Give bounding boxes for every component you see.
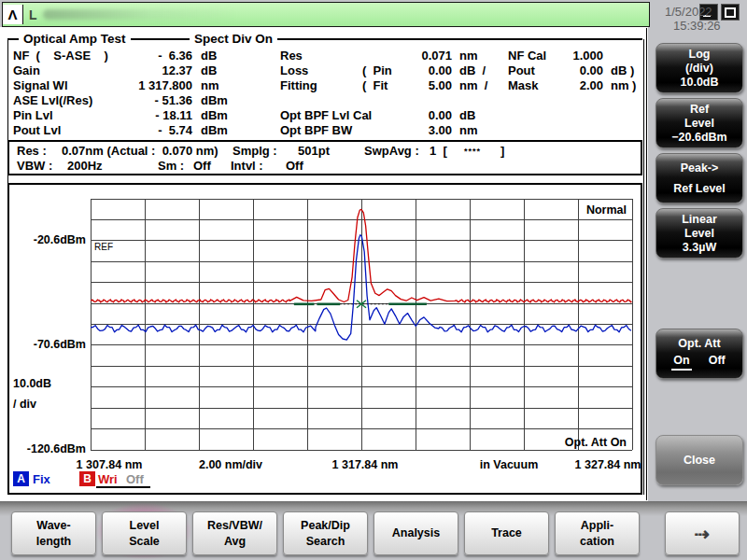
peak-button-line1: Peak-> — [656, 158, 742, 178]
param-label-2: Pout — [508, 63, 557, 78]
menu-item-peak-dip-search[interactable]: Peak/DipSearch — [283, 511, 368, 555]
menu-item-label: Appli- — [556, 518, 639, 534]
menu-more-button[interactable]: ⇢ — [665, 511, 740, 555]
param-paren: ( Pin — [362, 63, 415, 78]
param-label-2: NF Cal — [508, 49, 557, 63]
param-row: Fitting( Fit5.00nm /Mask2.00nm ) — [280, 78, 636, 93]
param-value-2 — [557, 108, 603, 123]
menu-item-wavelength[interactable]: Wave-length — [11, 511, 96, 555]
menu-item-label: Search — [284, 534, 367, 550]
log-button-line3: 10.0dB — [656, 76, 742, 90]
menu-item-label: Trace — [465, 525, 548, 541]
trace-a-badge: A — [13, 471, 29, 486]
param-label: Fitting — [280, 78, 362, 93]
analysis-results-right: Res0.071nmNF Cal1.000Loss( Pin0.00dB /Po… — [280, 49, 636, 138]
time-text: 15:39:26 — [665, 19, 721, 33]
param-label: Loss — [280, 63, 362, 78]
param-value: - 18.11 — [133, 108, 192, 123]
param-row: Pin Lvl- 18.11dBm — [13, 108, 228, 123]
param-value: 3.00 — [415, 123, 452, 138]
menu-item-trace[interactable]: Trace — [464, 511, 549, 555]
menu-item-label: Wave- — [12, 518, 95, 534]
x-axis-label-span: 2.00 nm/div — [199, 458, 262, 471]
close-button[interactable]: Close — [655, 435, 743, 485]
param-row: Opt BPF Lvl Cal0.00dB — [280, 108, 636, 123]
param-value: - 5.74 — [133, 123, 192, 138]
date-text: 1/5/2022 — [665, 5, 721, 19]
param-paren — [362, 49, 415, 63]
trace-b-mode: Wri — [98, 472, 118, 486]
opt-att-on-option[interactable]: On — [671, 354, 691, 371]
param-value-2: 0.00 — [557, 63, 603, 78]
menu-item-label: Analysis — [374, 525, 458, 541]
param-unit: dB — [459, 108, 508, 123]
peak-to-ref-level-button[interactable]: Peak-> Ref Level — [655, 153, 743, 203]
param-unit: dB — [201, 49, 217, 63]
more-arrow-icon: ⇢ — [666, 525, 739, 543]
param-row: Signal Wl1 317.800nm — [13, 78, 228, 93]
param-unit: nm — [459, 49, 508, 63]
log-per-div-button[interactable]: Log (/div) 10.0dB — [655, 43, 743, 93]
menu-item-res-vbw-avg[interactable]: Res/VBW/Avg — [192, 511, 277, 555]
res-value: 0.07nm (Actual : 0.070 nm) — [62, 144, 218, 158]
param-label: ASE Lvl(/Res) — [13, 93, 133, 108]
ref-level-button[interactable]: Ref Level −20.6dBm — [655, 98, 743, 148]
group-legend-test: Optical Amp Test — [19, 32, 131, 46]
ref-button-line3: −20.6dBm — [656, 131, 742, 145]
maximize-button[interactable] — [721, 4, 740, 21]
param-label: Opt BPF BW — [280, 123, 362, 138]
param-value: 0.071 — [415, 49, 452, 63]
param-label: Pin Lvl — [13, 108, 133, 123]
param-unit: dBm — [201, 123, 228, 138]
frame-line — [646, 28, 647, 500]
ref-button-line1: Ref — [656, 103, 742, 117]
param-label — [280, 93, 362, 108]
param-value-2 — [557, 93, 603, 108]
normal-mode-label: Normal — [586, 203, 627, 217]
param-value: 0.00 — [415, 108, 452, 123]
linear-button-line2: Level — [656, 227, 742, 241]
trace-b-off-label: Off — [126, 472, 144, 486]
smplg-label: Smplg : — [233, 144, 277, 158]
param-row: Loss( Pin0.00dB /Pout0.00dB ) — [280, 63, 636, 78]
vbw-label: VBW : — [17, 159, 52, 173]
opt-att-status-label: Opt. Att On — [565, 436, 627, 449]
linear-button-line1: Linear — [656, 213, 742, 227]
menu-item-analysis[interactable]: Analysis — [374, 511, 458, 555]
param-paren — [362, 93, 415, 108]
sm-value: Off — [193, 159, 211, 173]
param-label: Pout Lvl — [13, 123, 133, 138]
intvl-value: Off — [286, 159, 303, 173]
param-unit: dB — [201, 63, 217, 78]
sweep-status-bar: Res : 0.07nm (Actual : 0.070 nm) Smplg :… — [7, 140, 642, 175]
param-value — [415, 93, 452, 108]
y-axis-label-ref: -20.6dBm — [34, 233, 86, 246]
param-unit: nm — [201, 78, 219, 93]
spectrum-chart: -20.6dBm-70.6dBm-120.6dBm10.0dB/ divREFN… — [9, 185, 641, 493]
ref-marker-label: REF — [94, 242, 113, 252]
menu-item-label: Scale — [103, 534, 186, 550]
menu-item-application[interactable]: Appli-cation — [555, 511, 640, 555]
param-unit: dB / — [459, 63, 508, 78]
log-button-line1: Log — [656, 48, 742, 62]
x-axis-label-stop: 1 327.84 nm — [575, 458, 641, 471]
brand-logo-icon: Λ — [3, 5, 23, 24]
param-label: Opt BPF Lvl Cal — [280, 108, 362, 123]
opt-att-off-option[interactable]: Off — [707, 354, 727, 371]
param-paren — [362, 123, 415, 138]
param-row: NF ( S-ASE )- 6.36dB — [13, 49, 228, 63]
param-paren: ( Fit — [362, 78, 415, 93]
linear-level-button[interactable]: Linear Level 3.3µW — [655, 208, 743, 259]
opt-att-toggle[interactable]: Opt. Att On Off — [655, 329, 743, 379]
param-label-2: Mask — [508, 78, 557, 93]
menu-item-level-scale[interactable]: LevelScale — [102, 511, 187, 555]
param-value: - 51.36 — [133, 93, 192, 108]
param-unit: dBm — [201, 108, 228, 123]
scale-per-div-label: 10.0dB — [13, 377, 51, 390]
param-value: 1 317.800 — [133, 78, 192, 93]
trace-b-badge: B — [79, 471, 95, 486]
active-trace-underline — [96, 486, 150, 488]
param-unit-2: dB ) — [611, 63, 634, 78]
param-value-2 — [557, 123, 603, 138]
peak-button-line2: Ref Level — [656, 178, 742, 199]
